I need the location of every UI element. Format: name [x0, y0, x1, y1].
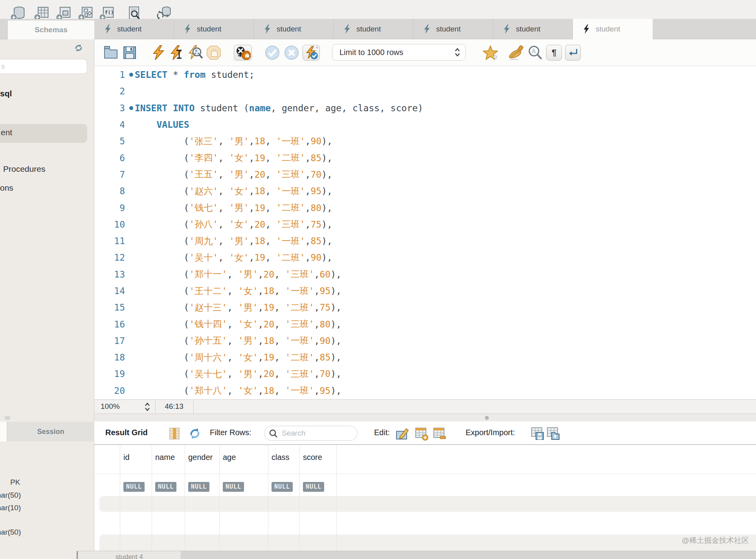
panel-handle: [5, 416, 10, 420]
line-number: 15: [94, 299, 125, 316]
result-grid-table[interactable]: idNULLnameNULLgenderNULLageNULLclassNULL…: [94, 445, 756, 551]
sidebar-item-student-selected[interactable]: ent: [0, 124, 87, 143]
explain-button[interactable]: [187, 45, 203, 61]
filter-search-input[interactable]: Search: [264, 426, 358, 441]
code-line: ('郑十八', '女',18, '一班',95),: [135, 382, 756, 399]
beautify-button[interactable]: [508, 45, 526, 61]
null-value-badge[interactable]: NULL: [272, 482, 293, 492]
tab-student[interactable]: student: [334, 19, 413, 39]
tab-student[interactable]: student: [94, 19, 174, 39]
null-value-badge[interactable]: NULL: [188, 482, 209, 492]
line-number: 10: [94, 216, 125, 233]
editor-toolbar: Limit to 1000 rows: [94, 39, 756, 66]
insert-row-button[interactable]: [414, 427, 428, 441]
grid-toggle-icon: [167, 427, 182, 441]
insert-row-icon: [414, 427, 428, 441]
code-line: ('孙八', '女',20, '三班',75),: [135, 216, 756, 233]
delete-row-button[interactable]: [432, 427, 446, 441]
sidebar-item-sql[interactable]: sql: [0, 89, 12, 98]
result-grid-title: Result Grid: [105, 428, 148, 437]
code-line: ('钱十四', '女',20, '三班',80),: [135, 316, 756, 332]
svg-text:f(): f(): [105, 9, 114, 15]
tab-result-student[interactable]: student 4: [78, 551, 181, 559]
export-import-label: Export/Import:: [466, 428, 515, 437]
column-header-score[interactable]: score: [303, 453, 322, 462]
line-number: 11: [94, 233, 125, 249]
tab-student[interactable]: student: [493, 19, 573, 39]
rollback-button[interactable]: [284, 45, 299, 61]
tab-student[interactable]: student: [573, 19, 653, 39]
save-script-button[interactable]: [122, 45, 138, 61]
tab-session[interactable]: Session: [7, 422, 94, 441]
null-value-badge[interactable]: NULL: [155, 482, 176, 492]
column-divider: [336, 445, 337, 551]
sql-code-editor[interactable]: 1234567891011121314151617181920 SELECT *…: [94, 66, 756, 399]
tab-student[interactable]: student: [254, 19, 334, 39]
code-line: ('郑十一', '男',20, '三班',60),: [135, 266, 756, 283]
code-line: SELECT * from student;: [135, 66, 756, 83]
find-button[interactable]: A: [527, 45, 543, 61]
open-script-button[interactable]: [103, 45, 119, 61]
null-value-badge[interactable]: NULL: [223, 482, 244, 492]
code-line: ('王十二', '女',18, '一班',95),: [135, 283, 756, 299]
import-button[interactable]: [546, 427, 560, 441]
limit-rows-select[interactable]: Limit to 1000 rows: [332, 44, 466, 61]
filter-search-placeholder: Search: [282, 429, 305, 438]
session-tab-strip: Session: [0, 422, 94, 441]
table-row[interactable]: [99, 535, 756, 551]
zoom-stepper[interactable]: [144, 402, 151, 412]
limit-rows-value: Limit to 1000 rows: [332, 48, 454, 57]
tab-student[interactable]: student: [174, 19, 254, 39]
delete-row-icon: [432, 427, 446, 441]
edit-record-button[interactable]: [395, 427, 409, 441]
lightning-icon: [343, 24, 351, 34]
refresh-results-button[interactable]: [188, 427, 202, 441]
line-number: 7: [94, 166, 125, 183]
wrap-text-icon: [565, 45, 580, 60]
code-line: ('张三', '男',18, '一班',90),: [135, 133, 756, 149]
null-value-badge[interactable]: NULL: [123, 482, 145, 492]
autocommit-button[interactable]: [303, 45, 320, 61]
column-header-id[interactable]: id: [123, 453, 130, 462]
column-header-gender[interactable]: gender: [188, 453, 213, 462]
show-invisibles-button[interactable]: ¶: [546, 45, 562, 61]
line-number: 6: [94, 149, 125, 166]
lightning-icon: [183, 24, 191, 34]
line-number: 8: [94, 183, 125, 199]
sidebar-item-functions[interactable]: ons: [0, 183, 13, 193]
sidebar-item-procedures[interactable]: Procedures: [3, 164, 45, 174]
tab-schemas[interactable]: Schemas: [8, 20, 94, 39]
line-number: 2: [94, 83, 125, 99]
lightning-icon: [104, 24, 112, 34]
column-header-name[interactable]: name: [155, 453, 175, 462]
wrap-text-button[interactable]: [565, 45, 581, 61]
explain-icon: [187, 45, 203, 61]
panel-splitter[interactable]: [94, 414, 756, 421]
execute-button[interactable]: [150, 45, 166, 61]
schema-search-input[interactable]: s: [0, 59, 87, 74]
table-row[interactable]: [99, 496, 756, 512]
zoom-level: 100%: [101, 402, 120, 411]
column-divider: [268, 445, 268, 551]
code-line: ('钱七', '男',19, '二班',80),: [135, 199, 756, 216]
tab-student[interactable]: student: [413, 19, 493, 39]
filter-rows-label: Filter Rows:: [210, 428, 251, 437]
column-header-class[interactable]: class: [272, 453, 290, 462]
refresh-schemas-icon[interactable]: [73, 43, 84, 53]
schemas-sidebar: s sql ent Procedures ons: [0, 39, 94, 415]
grid-toggle-button[interactable]: [167, 427, 182, 441]
commit-button[interactable]: [264, 45, 280, 61]
code-lines: SELECT * from student;INSERT INTO studen…: [135, 66, 756, 399]
column-header-age[interactable]: age: [223, 453, 236, 462]
info-mini-tab[interactable]: [0, 422, 7, 441]
null-value-badge[interactable]: NULL: [303, 482, 324, 492]
lightning-icon: [582, 24, 590, 34]
export-button[interactable]: [530, 427, 545, 441]
execute-current-button[interactable]: [169, 45, 185, 61]
line-number: 1: [94, 66, 125, 83]
snippet-star-button[interactable]: [483, 45, 498, 61]
stop-button[interactable]: [206, 45, 222, 61]
line-number: 16: [94, 316, 125, 332]
line-number: 5: [94, 133, 125, 149]
kill-query-button[interactable]: [234, 45, 252, 61]
